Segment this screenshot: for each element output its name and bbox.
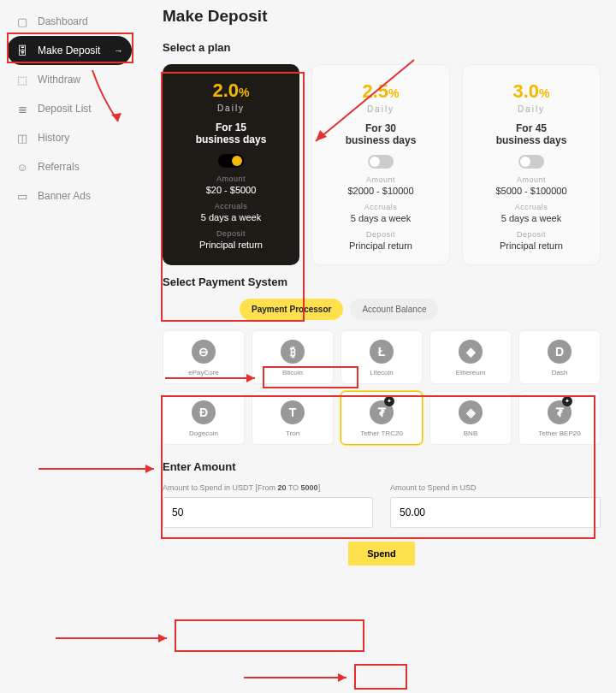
tab-account-balance[interactable]: Account Balance xyxy=(350,299,438,320)
list-icon: ≣ xyxy=(15,102,29,116)
proc-label: Ethereum xyxy=(434,369,507,376)
badge-icon: ✦ xyxy=(562,396,572,406)
dashboard-icon: ▢ xyxy=(15,15,29,28)
plan-card-1[interactable]: 2.0% Daily For 15 business days Amount $… xyxy=(163,64,299,265)
plan-deposit-lbl: Deposit xyxy=(471,230,591,239)
section-select-plan: Select a plan xyxy=(163,41,601,54)
proc-label: Bitcoin xyxy=(256,369,329,376)
litecoin-icon: Ł xyxy=(370,340,394,364)
processor-grid: ⊖ePayCore ₿Bitcoin ŁLitecoin ◆Ethereum D… xyxy=(163,330,601,445)
plan-for2: business days xyxy=(471,134,591,146)
sidebar-label: History xyxy=(38,132,69,144)
amount-usdt-col: Amount to Spend in USDT [From 20 TO 5000… xyxy=(163,483,373,528)
plan-accruals-lbl: Accruals xyxy=(171,202,291,210)
plan-pct: 2.5 xyxy=(362,80,388,102)
amount-usdt-input[interactable] xyxy=(163,497,373,528)
history-icon: ◫ xyxy=(15,131,29,145)
payment-tabs: Payment Processor Account Balance xyxy=(240,299,601,320)
banner-icon: ▭ xyxy=(15,189,29,203)
amount-usd-label: Amount to Spend in USD xyxy=(390,483,601,492)
proc-litecoin[interactable]: ŁLitecoin xyxy=(341,330,423,384)
sidebar: ▢Dashboard 🗄Make Deposit→ ⬚Withdraw ≣Dep… xyxy=(0,0,139,693)
proc-label: Tether TRC20 xyxy=(345,429,418,437)
plan-pctsign: % xyxy=(388,86,399,100)
proc-tron[interactable]: TTron xyxy=(252,391,334,445)
plan-accruals: 5 days a week xyxy=(321,213,441,223)
plan-for2: business days xyxy=(171,133,291,145)
plan-deposit-lbl: Deposit xyxy=(171,229,291,238)
plan-card-2[interactable]: 2.5% Daily For 30 business days Amount $… xyxy=(311,64,450,265)
arrow-right-icon: → xyxy=(114,45,123,56)
proc-label: Litecoin xyxy=(345,369,418,376)
plan-amount-lbl: Amount xyxy=(171,175,291,183)
proc-ethereum[interactable]: ◆Ethereum xyxy=(429,330,512,384)
tab-payment-processor[interactable]: Payment Processor xyxy=(240,299,343,320)
sidebar-label: Banner Ads xyxy=(38,190,91,202)
bitcoin-icon: ₿ xyxy=(281,340,305,364)
proc-dogecoin[interactable]: ÐDogecoin xyxy=(163,391,245,445)
sidebar-label: Withdraw xyxy=(38,74,80,86)
plan-pctsign: % xyxy=(239,86,249,99)
plan-for2: business days xyxy=(321,134,441,146)
sidebar-item-referrals[interactable]: ☺Referrals xyxy=(7,152,132,181)
dash-icon: D xyxy=(548,340,572,364)
amount-usd-input[interactable] xyxy=(390,497,601,528)
spend-button[interactable]: Spend xyxy=(348,542,415,566)
proc-bnb[interactable]: ◈BNB xyxy=(429,391,512,445)
plan-for1: For 15 xyxy=(171,121,291,133)
plan-daily: Daily xyxy=(471,104,591,114)
proc-epaycore[interactable]: ⊖ePayCore xyxy=(163,330,245,384)
plan-amount: $2000 - $10000 xyxy=(321,186,441,196)
plan-toggle[interactable] xyxy=(368,155,394,169)
proc-label: Tether BEP20 xyxy=(523,429,596,437)
sidebar-item-withdraw[interactable]: ⬚Withdraw xyxy=(7,65,132,94)
plan-for1: For 45 xyxy=(471,122,591,134)
proc-label: Dogecoin xyxy=(167,429,240,437)
plan-amount-lbl: Amount xyxy=(321,175,441,184)
plan-accruals: 5 days a week xyxy=(171,212,291,222)
tron-icon: T xyxy=(281,400,305,424)
proc-dash[interactable]: DDash xyxy=(518,330,601,384)
sidebar-label: Deposit List xyxy=(38,103,92,115)
sidebar-item-banner-ads[interactable]: ▭Banner Ads xyxy=(7,181,132,210)
section-enter-amount: Enter Amount xyxy=(163,460,601,473)
plan-daily: Daily xyxy=(171,104,291,113)
proc-tether-bep20[interactable]: ✦₮Tether BEP20 xyxy=(518,391,601,445)
sidebar-item-make-deposit[interactable]: 🗄Make Deposit→ xyxy=(7,36,132,65)
plan-accruals-lbl: Accruals xyxy=(471,203,591,211)
proc-label: Dash xyxy=(523,369,596,376)
main-content: Make Deposit Select a plan 2.0% Daily Fo… xyxy=(139,0,616,693)
plan-toggle[interactable] xyxy=(218,154,244,168)
plan-toggle[interactable] xyxy=(518,155,544,169)
amount-row: Amount to Spend in USDT [From 20 TO 5000… xyxy=(163,483,601,528)
plan-deposit: Principal return xyxy=(171,240,291,250)
plan-amount-lbl: Amount xyxy=(471,175,591,184)
amount-usd-col: Amount to Spend in USD xyxy=(390,483,601,528)
plan-deposit: Principal return xyxy=(471,240,591,251)
withdraw-icon: ⬚ xyxy=(15,73,29,86)
proc-label: BNB xyxy=(434,429,507,437)
page-title: Make Deposit xyxy=(163,7,601,26)
plan-card-3[interactable]: 3.0% Daily For 45 business days Amount $… xyxy=(462,64,601,265)
plan-deposit-lbl: Deposit xyxy=(321,230,441,239)
plans-row: 2.0% Daily For 15 business days Amount $… xyxy=(163,64,601,265)
deposit-icon: 🗄 xyxy=(15,44,29,57)
plan-daily: Daily xyxy=(321,104,441,114)
sidebar-label: Make Deposit xyxy=(38,44,100,56)
section-select-payment: Select Payment System xyxy=(163,275,601,288)
dogecoin-icon: Ð xyxy=(192,400,216,424)
sidebar-item-deposit-list[interactable]: ≣Deposit List xyxy=(7,94,132,123)
proc-bitcoin[interactable]: ₿Bitcoin xyxy=(252,330,334,384)
proc-tether-trc20[interactable]: ✦₮Tether TRC20 xyxy=(341,391,423,445)
ethereum-icon: ◆ xyxy=(459,340,483,364)
sidebar-label: Referrals xyxy=(38,161,80,173)
plan-amount: $20 - $5000 xyxy=(171,185,291,195)
badge-icon: ✦ xyxy=(384,396,394,406)
plan-accruals: 5 days a week xyxy=(471,213,591,223)
sidebar-item-history[interactable]: ◫History xyxy=(7,123,132,152)
plan-pctsign: % xyxy=(539,86,549,100)
plan-for1: For 30 xyxy=(321,122,441,134)
plan-accruals-lbl: Accruals xyxy=(321,203,441,211)
sidebar-item-dashboard[interactable]: ▢Dashboard xyxy=(7,7,132,36)
plan-pct: 2.0 xyxy=(212,80,239,101)
